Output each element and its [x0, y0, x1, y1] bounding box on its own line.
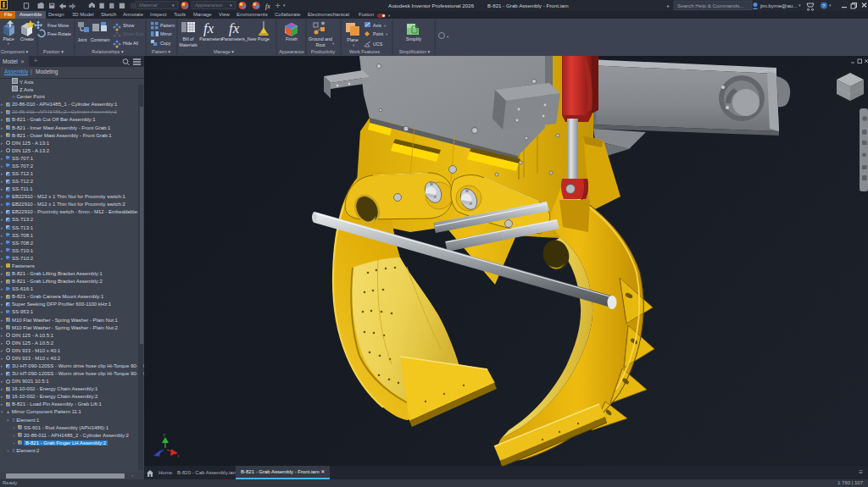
svg-text:▾: ▾ — [283, 3, 286, 8]
svg-text:Position ▾: Position ▾ — [43, 49, 64, 54]
svg-text:Relationships ▾: Relationships ▾ — [92, 49, 124, 54]
svg-text:fx: fx — [265, 3, 270, 10]
svg-text:fx: fx — [203, 20, 214, 36]
svg-text:Create: Create — [20, 36, 34, 42]
svg-text:Pattern ▾: Pattern ▾ — [152, 49, 170, 54]
svg-text:Simplification ▾: Simplification ▾ — [399, 49, 431, 54]
svg-text:Material: Material — [139, 3, 158, 8]
svg-text:x: x — [177, 453, 180, 458]
svg-text:Free Move: Free Move — [47, 23, 69, 28]
svg-text:Finish: Finish — [286, 36, 298, 42]
svg-text:Pattern: Pattern — [160, 23, 175, 28]
svg-text:Hide All: Hide All — [123, 41, 138, 46]
svg-text:Mirror: Mirror — [160, 31, 172, 36]
svg-text:Productivity: Productivity — [311, 49, 336, 54]
svg-text:Parameters: Parameters — [199, 36, 223, 42]
svg-text:Point: Point — [373, 31, 384, 36]
svg-text:Constrain: Constrain — [91, 37, 110, 42]
svg-text:▾: ▾ — [386, 32, 388, 36]
svg-text:Parameters_New: Parameters_New — [222, 36, 257, 42]
svg-text:▾: ▾ — [384, 24, 387, 28]
svg-text:✛: ✛ — [275, 3, 281, 8]
svg-text:Search Help & Commands...: Search Help & Commands... — [677, 3, 744, 8]
svg-text:UCS: UCS — [373, 42, 383, 47]
svg-text:Appearance: Appearance — [279, 49, 304, 54]
svg-text:Root: Root — [315, 42, 326, 47]
svg-text:Purge: Purge — [258, 36, 270, 42]
svg-text:Y: Y — [163, 433, 166, 438]
svg-text:jim.byrne@au...: jim.byrne@au... — [760, 3, 798, 8]
svg-text:▾: ▾ — [353, 43, 355, 47]
svg-text:fx: fx — [229, 20, 240, 36]
svg-text:Joint: Joint — [77, 37, 87, 42]
svg-text:Manage ▾: Manage ▾ — [214, 49, 234, 54]
svg-text:Copy: Copy — [160, 41, 171, 46]
svg-text:Materials: Materials — [179, 42, 198, 47]
svg-text:Work Features: Work Features — [349, 49, 380, 54]
svg-text:▸: ▸ — [667, 3, 670, 8]
svg-text:Show: Show — [123, 23, 134, 28]
svg-text:▾: ▾ — [798, 3, 801, 8]
svg-text:Autodesk Inventor Professional: Autodesk Inventor Professional 2026 — [388, 3, 475, 8]
svg-text:Bill of: Bill of — [183, 36, 194, 42]
svg-text:▾: ▾ — [8, 42, 10, 46]
svg-text:▾: ▾ — [447, 35, 449, 39]
svg-text:▾: ▾ — [332, 42, 335, 46]
svg-text:Show Sick: Show Sick — [123, 31, 144, 36]
svg-text:Component ▾: Component ▾ — [1, 49, 29, 54]
svg-text:Axis: Axis — [373, 23, 381, 28]
svg-text:Ground and: Ground and — [309, 36, 332, 42]
svg-text:Plane: Plane — [347, 37, 359, 42]
svg-text:B-821 - Grab Assembly - Front.: B-821 - Grab Assembly - Front.iam — [487, 3, 569, 8]
svg-text:Simplify: Simplify — [406, 36, 422, 42]
svg-text:▾: ▾ — [829, 3, 832, 8]
svg-text:Appearance: Appearance — [194, 3, 223, 8]
svg-text:Free Rotate: Free Rotate — [47, 31, 71, 36]
